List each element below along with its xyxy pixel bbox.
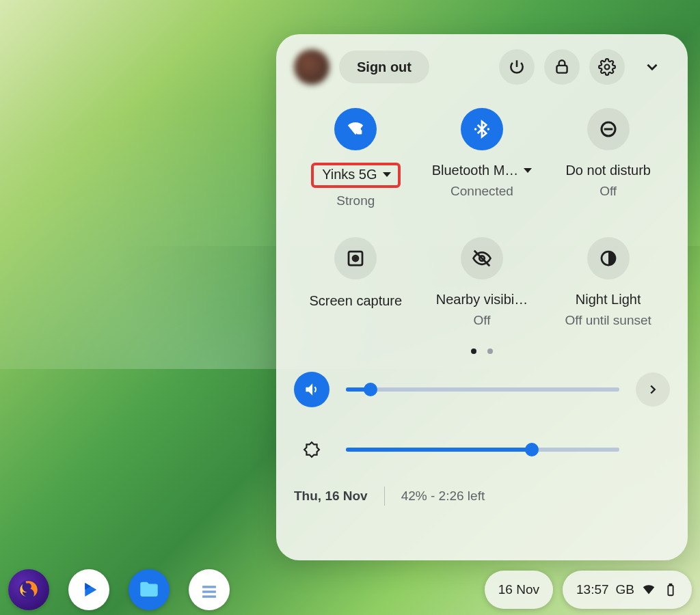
night-light-icon: [587, 237, 630, 279]
nearby-label: Nearby visibi…: [436, 292, 528, 308]
brightness-row: [294, 432, 670, 467]
chevron-down-icon: [643, 58, 661, 76]
lines-icon: [198, 580, 221, 603]
shelf-locale: GB: [616, 582, 634, 597]
svg-rect-0: [556, 66, 567, 73]
shelf-date: 16 Nov: [498, 582, 539, 597]
shelf-status-pill[interactable]: 13:57 GB: [563, 571, 692, 609]
lock-icon: [553, 58, 571, 76]
volume-slider[interactable]: [346, 387, 619, 392]
collapse-button[interactable]: [634, 49, 670, 85]
wifi-icon: [641, 582, 656, 597]
lock-button[interactable]: [544, 49, 580, 85]
screen-capture-label: Screen capture: [310, 292, 403, 310]
brightness-button[interactable]: [294, 432, 329, 467]
settings-button[interactable]: [589, 49, 625, 85]
dnd-icon: [587, 108, 630, 150]
speaker-icon: [303, 381, 321, 398]
audio-settings-button[interactable]: [636, 372, 670, 407]
tile-bluetooth[interactable]: Bluetooth M… Connected: [420, 108, 544, 208]
power-icon: [508, 58, 526, 76]
pager-dot-1[interactable]: [471, 348, 476, 354]
wifi-label-row[interactable]: Yinks 5G: [311, 163, 400, 188]
gear-icon: [598, 58, 616, 76]
tiles-grid: Yinks 5G Strong Bluetooth M… Connected D…: [294, 108, 670, 328]
footer-date: Thu, 16 Nov: [294, 489, 368, 504]
chevron-right-icon: [645, 382, 660, 397]
quick-settings-panel: Sign out Yinks 5G Strong: [276, 34, 688, 560]
tile-night-light[interactable]: Night Light Off until sunset: [546, 237, 670, 328]
app-media-player[interactable]: [68, 569, 109, 610]
night-light-label: Night Light: [576, 292, 641, 308]
brightness-icon: [303, 441, 321, 459]
app-generic[interactable]: [189, 569, 230, 610]
tile-nearby[interactable]: Nearby visibi… Off: [420, 237, 544, 328]
caret-down-icon: [524, 168, 532, 173]
power-button[interactable]: [499, 49, 535, 85]
volume-button[interactable]: [294, 372, 329, 407]
svg-point-5: [487, 128, 490, 131]
folder-icon: [137, 578, 161, 601]
nearby-status: Off: [473, 313, 490, 328]
play-icon: [77, 578, 100, 601]
wifi-icon: [334, 108, 377, 150]
sign-out-button[interactable]: Sign out: [339, 51, 429, 83]
brightness-slider[interactable]: [346, 448, 619, 452]
svg-rect-22: [670, 584, 672, 586]
firefox-icon: [17, 578, 40, 601]
panel-header: Sign out: [294, 49, 670, 85]
caret-down-icon: [383, 172, 391, 177]
wifi-label: Yinks 5G: [322, 167, 377, 182]
svg-rect-21: [668, 586, 673, 596]
night-light-status: Off until sunset: [565, 313, 651, 328]
svg-point-4: [474, 128, 477, 131]
tile-screen-capture[interactable]: Screen capture: [294, 237, 418, 328]
wifi-status: Strong: [336, 193, 375, 208]
bluetooth-label-row[interactable]: Bluetooth M…: [432, 163, 533, 178]
footer-battery: 42% - 2:26 left: [401, 489, 485, 504]
shelf: 16 Nov 13:57 GB: [0, 564, 700, 615]
bluetooth-label: Bluetooth M…: [432, 163, 519, 178]
battery-icon: [663, 582, 678, 597]
dnd-status: Off: [600, 184, 617, 199]
svg-point-10: [355, 258, 357, 260]
shelf-date-pill[interactable]: 16 Nov: [485, 571, 553, 609]
app-files[interactable]: [129, 569, 170, 610]
svg-marker-14: [304, 442, 319, 457]
app-firefox[interactable]: [8, 569, 49, 610]
bluetooth-icon: [461, 108, 503, 150]
pager-dots[interactable]: [294, 348, 670, 354]
tile-dnd[interactable]: Do not disturb Off: [546, 108, 670, 208]
panel-footer: Thu, 16 Nov 42% - 2:26 left: [294, 487, 670, 506]
volume-row: [294, 372, 670, 407]
dnd-label: Do not disturb: [565, 163, 651, 178]
screen-capture-icon: [334, 237, 377, 279]
tile-wifi[interactable]: Yinks 5G Strong: [294, 108, 418, 208]
pager-dot-2[interactable]: [487, 348, 493, 354]
svg-point-1: [605, 65, 610, 70]
shelf-time: 13:57: [576, 582, 609, 597]
visibility-off-icon: [461, 237, 503, 279]
bluetooth-status: Connected: [450, 184, 513, 199]
avatar[interactable]: [294, 49, 329, 85]
